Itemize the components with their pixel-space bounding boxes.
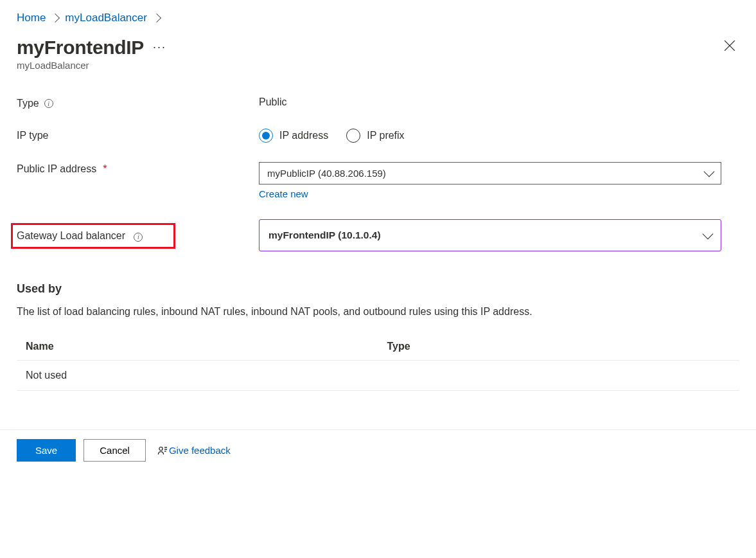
give-feedback-link[interactable]: Give feedback [157, 445, 231, 456]
col-type: Type [378, 333, 740, 361]
used-by-desc: The list of load balancing rules, inboun… [17, 306, 739, 318]
radio-ip-address[interactable]: IP address [259, 129, 328, 143]
page-subtitle: myLoadBalancer [17, 60, 739, 71]
cancel-button[interactable]: Cancel [84, 439, 146, 462]
breadcrumb-parent[interactable]: myLoadBalancer [65, 12, 147, 24]
col-name: Name [17, 333, 378, 361]
page-title: myFrontendIP [17, 37, 144, 59]
gateway-lb-label: Gateway Load balancer i [17, 222, 259, 249]
table-row: Not used [17, 361, 739, 391]
public-ip-select[interactable]: myPublicIP (40.88.206.159) [259, 162, 721, 184]
feedback-icon [157, 446, 168, 456]
iptype-label: IP type [17, 129, 259, 141]
type-value: Public [259, 96, 721, 108]
chevron-right-icon [51, 14, 60, 22]
close-button[interactable] [720, 36, 739, 59]
footer-bar: Save Cancel Give feedback [0, 429, 756, 471]
svg-point-2 [159, 447, 163, 450]
used-by-table: Name Type Not used [17, 333, 739, 391]
more-actions-button[interactable]: ··· [153, 40, 166, 54]
breadcrumb-home[interactable]: Home [17, 12, 46, 24]
radio-ip-prefix[interactable]: IP prefix [346, 129, 404, 143]
type-label: Type i [17, 96, 259, 109]
info-icon[interactable]: i [134, 233, 143, 242]
gateway-lb-select[interactable]: myFrontendIP (10.1.0.4) [259, 219, 721, 251]
breadcrumb: Home myLoadBalancer [17, 12, 739, 24]
chevron-down-icon [703, 228, 714, 239]
chevron-down-icon [704, 166, 715, 177]
public-ip-label: Public IP address* [17, 162, 259, 175]
save-button[interactable]: Save [17, 439, 76, 462]
used-by-title: Used by [17, 282, 739, 296]
iptype-radio-group: IP address IP prefix [259, 129, 721, 143]
create-new-link[interactable]: Create new [259, 188, 308, 199]
chevron-right-icon [152, 14, 161, 22]
info-icon[interactable]: i [44, 99, 53, 108]
